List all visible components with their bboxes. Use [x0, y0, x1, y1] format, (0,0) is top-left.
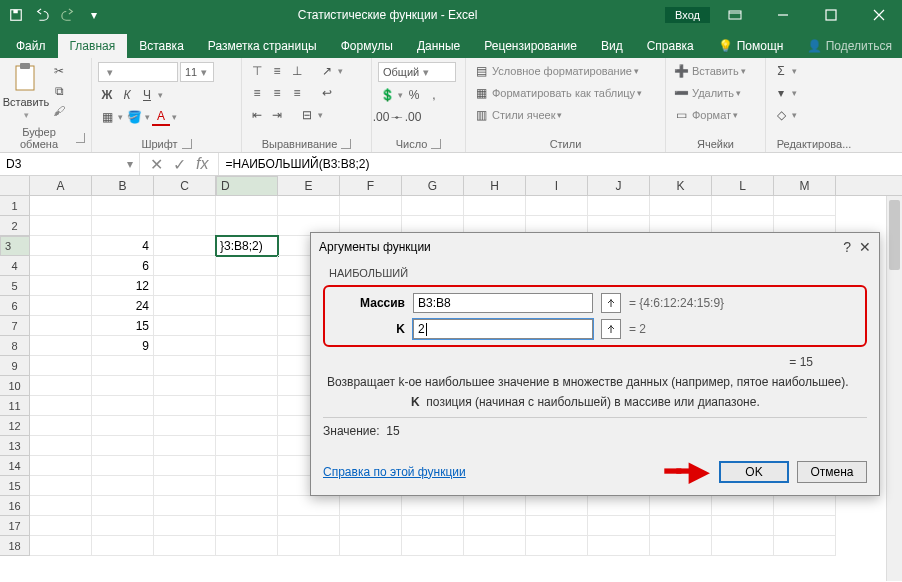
cell[interactable]: [526, 516, 588, 536]
cell[interactable]: [216, 196, 278, 216]
row-header[interactable]: 11: [0, 396, 30, 416]
undo-icon[interactable]: [30, 3, 54, 27]
cell[interactable]: [30, 296, 92, 316]
tab-data[interactable]: Данные: [405, 34, 472, 58]
cell[interactable]: [154, 456, 216, 476]
cell[interactable]: [650, 536, 712, 556]
cell[interactable]: 12: [92, 276, 154, 296]
cell[interactable]: [92, 456, 154, 476]
cell[interactable]: [30, 536, 92, 556]
col-header[interactable]: D: [216, 176, 278, 196]
vertical-scrollbar[interactable]: [886, 196, 902, 581]
wrap-text-icon[interactable]: ↩: [318, 84, 336, 102]
col-header[interactable]: J: [588, 176, 650, 195]
cell[interactable]: [30, 476, 92, 496]
align-center-icon[interactable]: ≡: [268, 84, 286, 102]
cell[interactable]: [216, 216, 278, 236]
cell[interactable]: [774, 536, 836, 556]
select-all-corner[interactable]: [0, 176, 30, 195]
cell[interactable]: [92, 356, 154, 376]
cell[interactable]: [154, 336, 216, 356]
row-header[interactable]: 8: [0, 336, 30, 356]
format-table-button[interactable]: ▦Форматировать как таблицу▾: [472, 84, 642, 102]
cell[interactable]: [92, 536, 154, 556]
cell[interactable]: [216, 416, 278, 436]
cell[interactable]: [154, 496, 216, 516]
minimize-icon[interactable]: [760, 0, 806, 30]
cell[interactable]: [216, 356, 278, 376]
format-painter-icon[interactable]: 🖌: [50, 102, 68, 120]
col-header[interactable]: C: [154, 176, 216, 195]
cell[interactable]: [216, 376, 278, 396]
share-button[interactable]: 👤Поделиться: [797, 34, 902, 58]
number-format-selector[interactable]: Общий▾: [378, 62, 456, 82]
row-header[interactable]: 4: [0, 256, 30, 276]
font-name-selector[interactable]: ▾: [98, 62, 178, 82]
align-top-icon[interactable]: ⊤: [248, 62, 266, 80]
cell[interactable]: [154, 436, 216, 456]
cell[interactable]: [30, 316, 92, 336]
cell[interactable]: [154, 476, 216, 496]
insert-cells-button[interactable]: ➕Вставить▾: [672, 62, 746, 80]
cell[interactable]: [92, 396, 154, 416]
cell[interactable]: [30, 236, 92, 256]
col-header[interactable]: A: [30, 176, 92, 195]
dialog-launcher-icon[interactable]: [341, 139, 351, 149]
conditional-formatting-button[interactable]: ▤Условное форматирование▾: [472, 62, 639, 80]
cell[interactable]: [464, 196, 526, 216]
cell[interactable]: [278, 536, 340, 556]
comma-icon[interactable]: ,: [425, 86, 443, 104]
cell[interactable]: [712, 516, 774, 536]
help-link[interactable]: Справка по этой функции: [323, 465, 466, 479]
cell[interactable]: [526, 496, 588, 516]
cell[interactable]: [216, 536, 278, 556]
cancel-formula-icon[interactable]: ✕: [150, 155, 163, 174]
cell[interactable]: 6: [92, 256, 154, 276]
tab-review[interactable]: Рецензирование: [472, 34, 589, 58]
array-input[interactable]: B3:B8: [413, 293, 593, 313]
tab-home[interactable]: Главная: [58, 34, 128, 58]
range-select-icon[interactable]: [601, 293, 621, 313]
dialog-launcher-icon[interactable]: [76, 133, 85, 143]
row-header[interactable]: 2: [0, 216, 30, 236]
cell[interactable]: [154, 216, 216, 236]
cell-styles-button[interactable]: ▥Стили ячеек▾: [472, 106, 562, 124]
row-header[interactable]: 17: [0, 516, 30, 536]
autosum-icon[interactable]: Σ: [772, 62, 790, 80]
ok-button[interactable]: OK: [719, 461, 789, 483]
cell[interactable]: [526, 196, 588, 216]
cell[interactable]: [216, 436, 278, 456]
cell[interactable]: [588, 196, 650, 216]
col-header[interactable]: G: [402, 176, 464, 195]
cell[interactable]: [402, 196, 464, 216]
cell[interactable]: [92, 476, 154, 496]
orientation-icon[interactable]: ↗: [318, 62, 336, 80]
cell[interactable]: [30, 436, 92, 456]
cell[interactable]: [92, 516, 154, 536]
cell[interactable]: [30, 216, 92, 236]
cell[interactable]: [278, 196, 340, 216]
row-header[interactable]: 3: [0, 236, 30, 256]
col-header[interactable]: H: [464, 176, 526, 195]
cell[interactable]: [154, 316, 216, 336]
increase-indent-icon[interactable]: ⇥: [268, 106, 286, 124]
decrease-indent-icon[interactable]: ⇤: [248, 106, 266, 124]
cell[interactable]: [154, 356, 216, 376]
cell[interactable]: [774, 516, 836, 536]
col-header[interactable]: B: [92, 176, 154, 195]
align-left-icon[interactable]: ≡: [248, 84, 266, 102]
row-header[interactable]: 1: [0, 196, 30, 216]
font-color-icon[interactable]: A: [152, 108, 170, 126]
align-right-icon[interactable]: ≡: [288, 84, 306, 102]
fill-color-icon[interactable]: 🪣: [125, 108, 143, 126]
tab-pagelayout[interactable]: Разметка страницы: [196, 34, 329, 58]
cell[interactable]: [216, 496, 278, 516]
row-header[interactable]: 5: [0, 276, 30, 296]
cell[interactable]: [154, 396, 216, 416]
format-cells-button[interactable]: ▭Формат▾: [672, 106, 738, 124]
row-header[interactable]: 10: [0, 376, 30, 396]
cell[interactable]: [402, 516, 464, 536]
login-button[interactable]: Вход: [665, 7, 710, 23]
close-icon[interactable]: ✕: [859, 239, 871, 255]
tab-view[interactable]: Вид: [589, 34, 635, 58]
